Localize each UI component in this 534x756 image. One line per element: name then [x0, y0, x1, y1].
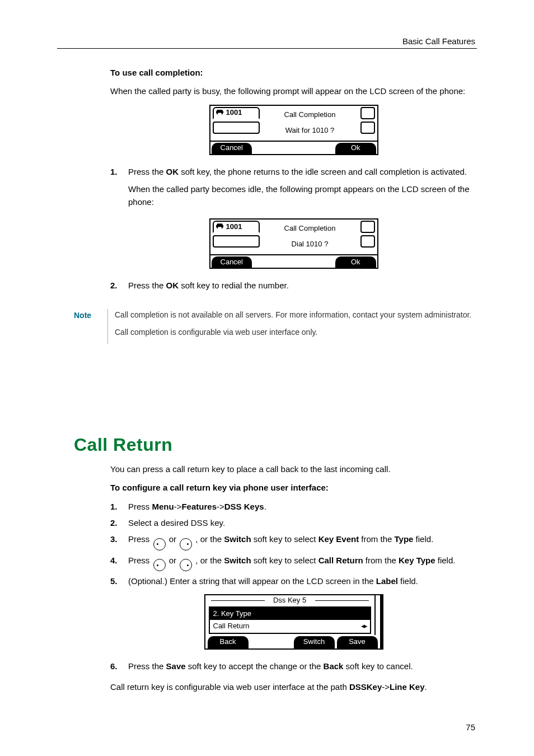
softkey-back: Back	[208, 636, 249, 648]
t: Press	[128, 502, 152, 511]
lcd-dss-key: Dss Key 5 2. Key Type Call Return Back	[204, 594, 383, 649]
cr-step-3: 3. Press or , or the Switch soft key to …	[110, 533, 477, 550]
softkey-cancel: Cancel	[212, 256, 252, 268]
dss-field-label: 2. Key Type	[210, 608, 370, 620]
cr-step-4: 4. Press or , or the Switch soft key to …	[110, 554, 477, 572]
lcd-right-slot	[360, 122, 375, 134]
step-number: 4.	[110, 554, 128, 572]
lcd-dial-prompt: 1001 Call Completion Dial 1010 ? Cancel	[209, 218, 378, 269]
lcd-text-line2: Dial 1010 ?	[259, 239, 362, 250]
call-return-config-heading: To configure a call return key via phone…	[110, 481, 477, 494]
t: Press	[128, 534, 152, 544]
body-content: To use call completion: When the called …	[110, 66, 477, 344]
running-head: Basic Call Features	[402, 35, 475, 48]
t: (Optional.) Enter a string that will app…	[128, 576, 376, 586]
t: .	[425, 682, 427, 692]
lcd-wait-prompt: 1001 Call Completion Wait for 1010 ? Can…	[209, 105, 378, 155]
sep: ->	[174, 502, 182, 511]
t: soft key to select	[251, 534, 318, 544]
step-1: 1. Press the OK soft key, the phone retu…	[110, 165, 477, 209]
softkey-save: Save	[337, 636, 378, 648]
b: Label	[376, 576, 398, 586]
left-arrow-key-icon	[153, 538, 166, 550]
step-text: Press the	[128, 281, 166, 290]
step-text: Select a desired DSS key.	[128, 516, 477, 529]
t: ->	[382, 682, 390, 692]
b: DSSKey	[349, 682, 382, 692]
intro-paragraph: When the called party is busy, the follo…	[110, 85, 477, 97]
lcd-extension: 1001	[226, 221, 242, 232]
softkey-ok: Ok	[335, 256, 376, 268]
t: , or the	[193, 556, 224, 565]
t: or	[167, 556, 179, 565]
t: field.	[413, 534, 433, 544]
lcd-line-tab: 1001	[213, 221, 260, 233]
subheading-use-call-completion: To use call completion:	[110, 66, 477, 79]
softkey-ok: Ok	[335, 143, 376, 154]
b: Call Return	[318, 556, 363, 565]
step-number: 6.	[110, 660, 128, 673]
b: Key Event	[318, 534, 359, 544]
softkey-empty	[294, 255, 335, 268]
sep: ->	[217, 502, 224, 511]
note-label: Note	[74, 309, 107, 322]
t: soft key to select	[251, 556, 318, 565]
left-arrow-key-icon	[153, 559, 166, 571]
b: Type	[395, 534, 414, 544]
step-number: 1.	[110, 165, 128, 209]
dss-title: Dss Key 5	[273, 595, 306, 606]
step-text: Press the	[128, 167, 166, 176]
b: Back	[324, 661, 344, 671]
t: , or the	[193, 534, 224, 544]
section-heading-call-return: Call Return	[74, 431, 172, 459]
b: Switch	[224, 534, 251, 544]
softkey-empty	[253, 255, 294, 268]
header-rule	[57, 48, 477, 49]
t: Press the	[128, 661, 166, 671]
call-return-intro: You can press a call return key to place…	[110, 463, 477, 475]
t: field.	[435, 556, 456, 565]
cr-step-2: 2. Select a desired DSS key.	[110, 516, 477, 529]
lcd-side-slot	[213, 235, 260, 248]
menu-path-part: Menu	[152, 502, 174, 511]
step-number: 5.	[110, 575, 128, 587]
lcd-right-slot	[360, 235, 375, 248]
step-number: 2.	[110, 279, 128, 292]
cr-step-5: 5. (Optional.) Enter a string that will …	[110, 575, 477, 587]
t: Press	[128, 556, 152, 565]
step-bold: OK	[166, 281, 179, 290]
menu-path-part: DSS Keys	[224, 502, 264, 511]
b: Key Type	[399, 556, 435, 565]
lcd-text-line1: Call Completion	[259, 223, 362, 234]
phone-icon	[216, 223, 224, 230]
softkey-empty	[253, 142, 294, 154]
t: or	[167, 534, 179, 544]
step-text: soft key to redial the number.	[179, 281, 289, 290]
t: soft key to accept the change or the	[186, 661, 324, 671]
lcd-text-line2: Wait for 1010 ?	[259, 125, 362, 136]
t: Call return key is configurable via web …	[110, 682, 349, 692]
outro-paragraph: Call return key is configurable via web …	[110, 680, 477, 693]
lcd-text-line1: Call Completion	[259, 109, 362, 120]
softkey-cancel: Cancel	[212, 143, 252, 154]
right-arrow-key-icon	[180, 538, 192, 550]
right-arrow-key-icon	[180, 559, 192, 571]
lcd-line-tab: 1001	[213, 107, 260, 119]
lcd-right-slot	[360, 221, 375, 233]
softkey-empty	[294, 142, 335, 154]
lcd-scrollbar	[374, 595, 380, 634]
lcd-extension: 1001	[226, 107, 242, 118]
softkey-switch: Switch	[294, 636, 335, 648]
note-separator	[107, 309, 108, 344]
step-2: 2. Press the OK soft key to redial the n…	[110, 279, 477, 292]
t: field.	[398, 576, 418, 586]
step-subtext: When the called party becomes idle, the …	[128, 183, 477, 209]
page-number: 75	[466, 721, 475, 734]
t: from the	[363, 556, 399, 565]
step-bold: OK	[166, 167, 179, 176]
t: from the	[359, 534, 394, 544]
b: Switch	[224, 556, 251, 565]
lcd-side-slot	[213, 122, 260, 134]
step-text: soft key, the phone returns to the idle …	[179, 167, 467, 176]
menu-path-part: Features	[181, 502, 217, 511]
